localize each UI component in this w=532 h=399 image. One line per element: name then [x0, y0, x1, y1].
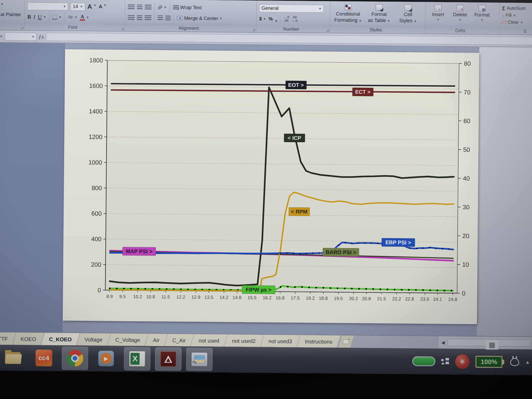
- format-cells-button[interactable]: ▦ Format▼: [472, 5, 492, 22]
- font-size-combo[interactable]: 14▼: [70, 2, 85, 10]
- clear-icon: [501, 21, 507, 24]
- taskbar-media-player-button[interactable]: ▶: [93, 347, 119, 370]
- chrome-icon: [66, 350, 83, 367]
- align-center-icon[interactable]: [137, 15, 142, 20]
- series-marker: [319, 252, 320, 254]
- scroll-left-icon[interactable]: ◀: [441, 340, 445, 345]
- percent-button[interactable]: %: [269, 16, 273, 22]
- name-box-dropdown-icon[interactable]: ▼: [0, 35, 3, 38]
- borders-button[interactable]: ▼: [52, 15, 61, 19]
- series-tag-EOT[interactable]: EOT >: [286, 81, 307, 89]
- series-tag-FIPW-s[interactable]: FIPW µs >: [242, 285, 275, 294]
- merge-center-icon: ⇄: [177, 16, 183, 20]
- series-marker: [351, 243, 352, 244]
- sheet-tab-c_air[interactable]: C_Air: [164, 334, 194, 346]
- name-box[interactable]: ▼: [5, 32, 36, 41]
- format-painter-button[interactable]: at Painter: [1, 12, 22, 18]
- sheet-tab-voltage[interactable]: Voltage: [76, 333, 110, 346]
- align-left-icon[interactable]: [128, 15, 134, 20]
- font-name-combo[interactable]: ▼: [27, 2, 68, 10]
- format-as-table-button[interactable]: Format as Table ▼: [364, 4, 394, 23]
- taskbar-folder-button[interactable]: [0, 346, 26, 369]
- cell-styles-button[interactable]: Cell Styles ▼: [395, 5, 421, 24]
- sheet-right-margin: [477, 47, 532, 336]
- series-tag-ICP[interactable]: < ICP: [284, 134, 305, 142]
- sheet-tab-c_koeo[interactable]: C_KOEO: [41, 333, 80, 346]
- x-axis-label: 9.5: [119, 294, 126, 299]
- wrap-text-button[interactable]: Wrap Text: [173, 5, 202, 10]
- clipboard-dialog-launcher[interactable]: ◿: [21, 26, 23, 29]
- show-hidden-icons-arrow[interactable]: ▲: [525, 359, 530, 365]
- alignment-dialog-launcher[interactable]: ◿: [253, 28, 255, 31]
- left-axis-label: 0: [98, 287, 101, 294]
- fill-color-button[interactable]: ▼: [68, 15, 77, 19]
- align-top-icon[interactable]: [128, 5, 135, 9]
- decrease-indent-icon[interactable]: [157, 15, 163, 20]
- fill-button[interactable]: ↓Fill▼: [502, 12, 532, 19]
- number-dialog-launcher[interactable]: ◿: [326, 29, 329, 32]
- view-grid-icon[interactable]: ▦: [485, 340, 498, 350]
- align-bottom-icon[interactable]: [145, 5, 151, 9]
- laptop-bezel: [0, 371, 532, 399]
- paste-dropdown-icon[interactable]: ▼: [1, 3, 3, 6]
- taskbar-excel-button[interactable]: X: [124, 347, 151, 371]
- sheet-tab-not-used2[interactable]: not used2: [224, 334, 264, 347]
- delete-cells-button[interactable]: ✕ Delete▼: [450, 5, 470, 21]
- taskbar-cc4-button[interactable]: cc4: [31, 346, 57, 370]
- currency-button[interactable]: $▼: [259, 16, 266, 22]
- autosum-button[interactable]: ΣAutoSum: [502, 5, 532, 12]
- align-middle-icon[interactable]: [137, 5, 142, 9]
- x-axis-label: 24.8: [448, 297, 457, 302]
- number-format-combo[interactable]: General▼: [259, 4, 324, 13]
- battery-indicator[interactable]: 100%: [476, 356, 504, 368]
- series-tag-ECT[interactable]: ECT >: [352, 88, 373, 96]
- series-tag-EBP-PSI[interactable]: EBP PSI >: [382, 238, 415, 247]
- sheet-tab-c_voltage[interactable]: C_Voltage: [107, 333, 148, 346]
- series-marker: [415, 289, 417, 291]
- right-axis-label: 0: [462, 290, 465, 297]
- orientation-button[interactable]: ab▼: [158, 5, 167, 10]
- underline-button[interactable]: U▼: [38, 14, 46, 20]
- conditional-formatting-button[interactable]: Conditional Formatting ▼: [333, 4, 363, 23]
- chart-sheet[interactable]: 0200400600800100012001400160018000102030…: [63, 49, 479, 324]
- insert-cells-button[interactable]: ＋ Insert▼: [428, 5, 448, 21]
- sheet-tab-not-used[interactable]: not used: [190, 334, 227, 347]
- sheet-tab-instructions[interactable]: Instructions: [297, 335, 340, 348]
- power-manager-icon[interactable]: [412, 356, 435, 366]
- left-axis-label: 200: [91, 261, 101, 268]
- sheet-tab-label: Voltage: [85, 336, 102, 343]
- align-right-icon[interactable]: [145, 15, 151, 20]
- merge-center-button[interactable]: ⇄Merge & Center▼: [177, 15, 222, 21]
- formula-input[interactable]: [46, 33, 532, 45]
- editing-group-label: E: [499, 28, 532, 34]
- clear-button[interactable]: Clear▼: [502, 19, 532, 26]
- cells-group: ＋ Insert▼ ✕ Delete▼ ▦ Format▼ Cells: [425, 2, 499, 34]
- bold-button[interactable]: B: [27, 13, 31, 20]
- devices-icon[interactable]: [441, 358, 449, 365]
- increase-decimal-button[interactable]: ←.0.00: [283, 16, 289, 23]
- grow-font-button[interactable]: A▲: [88, 3, 97, 11]
- taskbar-adobe-reader-button[interactable]: [155, 347, 182, 371]
- x-axis-label: 11.5: [161, 294, 170, 300]
- insert-function-button[interactable]: ƒx: [39, 33, 44, 40]
- left-axis-label: 1000: [88, 159, 102, 166]
- comma-button[interactable]: ,: [275, 15, 277, 23]
- sheet-tab-air[interactable]: Air: [145, 334, 168, 346]
- decrease-decimal-button[interactable]: .00→.0: [292, 16, 297, 23]
- series-marker: [409, 247, 411, 249]
- italic-button[interactable]: I: [34, 14, 35, 20]
- red-utility-icon[interactable]: ✳: [455, 354, 470, 369]
- sheet-tab-not-used3[interactable]: not used3: [260, 335, 300, 347]
- font-color-button[interactable]: A▼: [80, 14, 89, 21]
- shrink-font-button[interactable]: A▼: [99, 4, 106, 9]
- taskbar-chrome-button[interactable]: [62, 347, 88, 370]
- taskbar-photo-viewer-button[interactable]: ↷: [186, 348, 213, 371]
- series-tag-MAP-PSI[interactable]: MAP PSI >: [123, 247, 156, 256]
- increase-indent-icon[interactable]: [165, 15, 171, 20]
- sheet-tab-koeo[interactable]: KOEO: [13, 332, 44, 345]
- series-tag-BARO-PSI[interactable]: BARO PSI >: [323, 248, 359, 256]
- series-tag-RPM[interactable]: < RPM: [289, 207, 310, 216]
- font-dialog-launcher[interactable]: ◿: [121, 27, 124, 30]
- insert-worksheet-tab[interactable]: [338, 335, 354, 348]
- clipboard-group: ▼ at Painter ◿: [0, 0, 25, 30]
